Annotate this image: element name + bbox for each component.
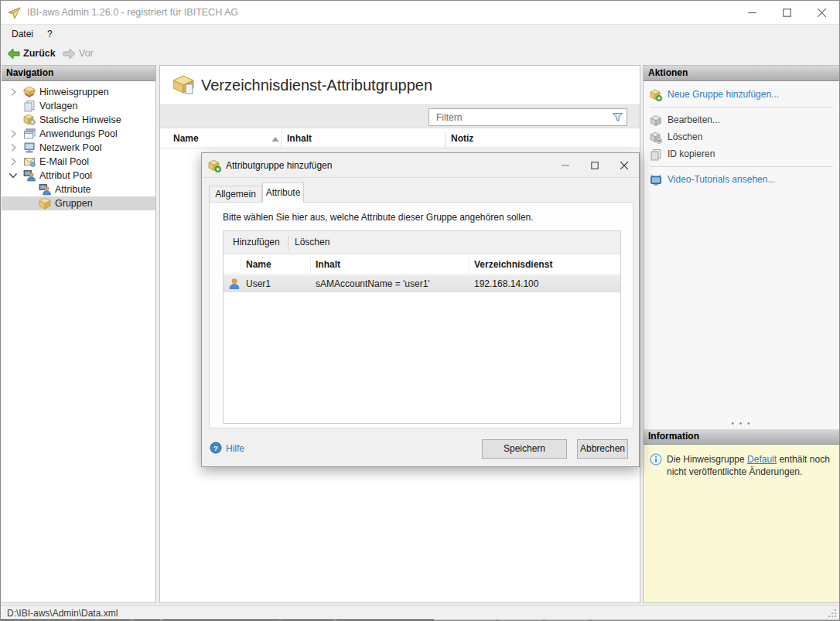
- cell-verzeichnisdienst: 192.168.14.100: [474, 278, 538, 289]
- action-copy-id[interactable]: ID kopieren: [644, 148, 839, 162]
- title-bar: IBI-aws Admin 1.26.0 - registriert für I…: [1, 1, 839, 25]
- delete-attribute-button[interactable]: Löschen: [295, 237, 330, 249]
- navigation-panel: Navigation Hinweisgruppen Vorlagen: [2, 65, 156, 603]
- dialog-footer: ? Hilfe Speichern Abbrechen: [202, 428, 639, 466]
- dialog-icon: [208, 159, 221, 172]
- delete-icon: [650, 131, 662, 144]
- email-pool-icon: [23, 155, 36, 168]
- groups-icon: [39, 197, 51, 210]
- video-tutorials-icon: [650, 174, 662, 186]
- menu-datei[interactable]: Datei: [8, 29, 37, 42]
- add-attribute-group-dialog: Attributgruppe hinzufügen Allgemein Attr…: [201, 152, 640, 467]
- cell-name: User1: [246, 278, 271, 289]
- actions-panel: Aktionen Neue Gruppe hinzufügen... Bearb…: [643, 65, 840, 603]
- static-notices-icon: [23, 114, 36, 126]
- user-icon: [228, 278, 241, 290]
- dialog-minimize-button[interactable]: [551, 153, 580, 178]
- column-inhalt[interactable]: Inhalt: [287, 133, 312, 144]
- dialog-instruction: Bitte wählen Sie hier aus, welche Attrib…: [223, 212, 534, 223]
- information-header: Information: [644, 429, 839, 445]
- forward-arrow-icon: [63, 48, 76, 60]
- network-pool-icon: [23, 142, 36, 154]
- attribute-row-user1[interactable]: User1 sAMAccountName = 'user1' 192.168.1…: [224, 275, 620, 292]
- table-header: Name Inhalt Notiz: [160, 129, 640, 148]
- sort-asc-icon: [271, 136, 279, 142]
- sidebar-item-attribut-pool[interactable]: Attribut Pool: [2, 169, 155, 183]
- column-name[interactable]: Name: [173, 133, 199, 144]
- action-delete[interactable]: Löschen: [644, 131, 839, 145]
- add-attribute-button[interactable]: Hinzufügen: [233, 237, 280, 249]
- cancel-button[interactable]: Abbrechen: [577, 439, 628, 459]
- templates-icon: [23, 100, 36, 112]
- save-button[interactable]: Speichern: [482, 439, 567, 459]
- sidebar-item-netzwerk-pool[interactable]: Netzwerk Pool: [2, 141, 155, 155]
- attribute-groups-icon: [173, 74, 196, 96]
- add-group-icon: [650, 89, 662, 101]
- menu-help[interactable]: ?: [43, 29, 56, 42]
- data-file-path: D:\IBI-aws\Admin\Data.xml: [7, 608, 118, 619]
- list-toolbar: Hinzufügen Löschen: [224, 231, 620, 254]
- back-label: Zurück: [23, 48, 56, 59]
- dialog-close-button[interactable]: [610, 153, 639, 178]
- close-button[interactable]: [804, 1, 839, 25]
- tab-allgemein[interactable]: Allgemein: [209, 186, 262, 203]
- chevron-right-icon[interactable]: [8, 156, 19, 167]
- sidebar-item-attribute[interactable]: Attribute: [2, 183, 155, 196]
- list-column-name[interactable]: Name: [246, 259, 271, 270]
- default-group-link[interactable]: Default: [747, 454, 777, 465]
- action-edit[interactable]: Bearbeiten...: [644, 114, 839, 128]
- chevron-right-icon[interactable]: [8, 128, 19, 139]
- application-pool-icon: [23, 128, 36, 140]
- tab-attribute[interactable]: Attribute: [262, 183, 304, 203]
- back-button[interactable]: Zurück: [7, 46, 56, 61]
- information-box: Die Hinweisgruppe Default enthält noch n…: [644, 445, 839, 602]
- filter-row: [160, 104, 640, 128]
- dialog-tab-panel: Bitte wählen Sie hier aus, welche Attrib…: [209, 202, 633, 428]
- copy-id-icon: [650, 148, 662, 161]
- resize-grip[interactable]: [828, 609, 837, 618]
- nav-toolbar: Zurück Vor: [1, 44, 839, 63]
- column-notiz[interactable]: Notiz: [451, 133, 473, 144]
- sidebar-item-statische-hinweise[interactable]: Statische Hinweise: [2, 113, 155, 127]
- status-bar: D:\IBI-aws\Admin\Data.xml: [1, 605, 839, 619]
- actions-header: Aktionen: [644, 66, 839, 81]
- information-text: Die Hinweisgruppe Default enthält noch n…: [667, 453, 832, 478]
- list-column-inhalt[interactable]: Inhalt: [316, 259, 340, 270]
- navigation-tree: Hinweisgruppen Vorlagen Statische Hinwei…: [2, 81, 155, 210]
- sidebar-item-anwendungs-pool[interactable]: Anwendungs Pool: [2, 127, 155, 141]
- minimize-button[interactable]: [735, 1, 770, 25]
- sidebar-item-hinweisgruppen[interactable]: Hinweisgruppen: [2, 85, 155, 99]
- forward-label: Vor: [79, 48, 94, 59]
- filter-input[interactable]: [429, 109, 607, 125]
- chevron-right-icon[interactable]: [8, 142, 19, 153]
- app-icon: [8, 6, 22, 20]
- svg-text:?: ?: [213, 444, 218, 452]
- chevron-right-icon[interactable]: [8, 87, 19, 97]
- chevron-down-icon[interactable]: [8, 170, 19, 181]
- list-header: Name Inhalt Verzeichnisdienst: [224, 255, 620, 275]
- sidebar-item-gruppen[interactable]: Gruppen: [2, 196, 155, 210]
- help-icon: ?: [210, 442, 222, 454]
- panel-splitter[interactable]: • • •: [644, 421, 839, 428]
- edit-icon: [650, 114, 662, 127]
- attribute-pool-icon: [23, 169, 36, 182]
- forward-button[interactable]: Vor: [63, 46, 94, 61]
- attributes-icon: [39, 183, 51, 196]
- navigation-header: Navigation: [2, 66, 155, 81]
- sidebar-item-email-pool[interactable]: E-Mail Pool: [2, 155, 155, 169]
- page-title: Verzeichnisdienst-Attributgruppen: [201, 77, 432, 94]
- cell-inhalt: sAMAccountName = 'user1': [316, 278, 430, 289]
- sidebar-item-vorlagen[interactable]: Vorlagen: [2, 99, 155, 113]
- dialog-title-bar: Attributgruppe hinzufügen: [202, 153, 639, 178]
- back-arrow-icon: [7, 48, 20, 60]
- filter-icon[interactable]: [612, 111, 623, 123]
- list-column-verzeichnisdienst[interactable]: Verzeichnisdienst: [474, 259, 552, 270]
- menu-bar: Datei ?: [1, 26, 839, 44]
- action-add-group[interactable]: Neue Gruppe hinzufügen...: [644, 88, 839, 102]
- filter-box: [429, 108, 627, 126]
- dialog-maximize-button[interactable]: [580, 153, 610, 178]
- maximize-button[interactable]: [770, 1, 804, 25]
- info-icon: [650, 453, 662, 466]
- app-window: IBI-aws Admin 1.26.0 - registriert für I…: [0, 0, 840, 621]
- action-video-tutorials[interactable]: Video-Tutorials ansehen...: [644, 173, 839, 187]
